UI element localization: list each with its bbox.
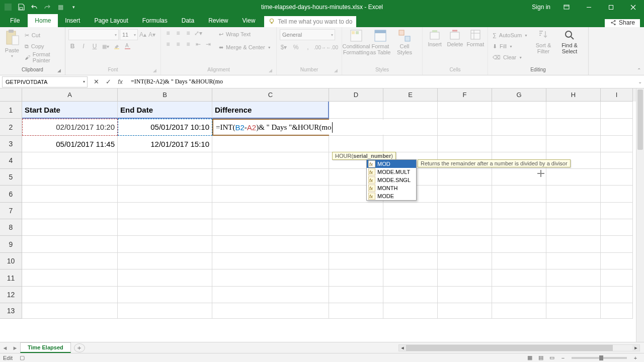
cell[interactable]: Difference	[212, 102, 329, 119]
cell[interactable]	[212, 303, 329, 319]
align-right-icon[interactable]: ≡	[184, 40, 192, 48]
cell[interactable]	[492, 186, 546, 203]
cell[interactable]: Start Date	[22, 102, 118, 119]
cell[interactable]	[22, 219, 118, 236]
cell[interactable]	[212, 169, 329, 186]
name-box[interactable]: GETPIVOTDATA	[2, 76, 88, 87]
cell[interactable]	[383, 219, 438, 236]
zoom-out-icon[interactable]: −	[557, 355, 569, 361]
cell[interactable]	[546, 102, 601, 119]
cell[interactable]	[212, 152, 329, 169]
row-header[interactable]: 12	[0, 287, 22, 303]
align-center-icon[interactable]: ≡	[174, 40, 182, 48]
cell[interactable]	[329, 253, 383, 269]
tab-formulas[interactable]: Formulas	[135, 14, 175, 27]
cell[interactable]	[118, 203, 212, 219]
row-header[interactable]: 5	[0, 169, 22, 186]
minimize-button[interactable]	[578, 0, 600, 14]
cell[interactable]	[212, 186, 329, 203]
font-size-combo[interactable]: 11	[120, 29, 138, 40]
tell-me-search[interactable]: Tell me what you want to do	[264, 16, 356, 27]
cell[interactable]	[492, 203, 546, 219]
cell[interactable]	[438, 303, 492, 319]
insert-function-icon[interactable]: fx	[115, 76, 126, 87]
cell[interactable]	[118, 287, 212, 303]
redo-icon[interactable]	[42, 2, 53, 13]
cell[interactable]	[492, 303, 546, 319]
new-sheet-button[interactable]: ＋	[74, 343, 85, 352]
border-icon[interactable]: ▦▾	[102, 42, 110, 50]
cell[interactable]	[546, 169, 601, 186]
touch-mode-icon[interactable]: ▦	[55, 2, 66, 13]
cell[interactable]: End Date	[118, 102, 212, 119]
cell[interactable]	[22, 186, 118, 203]
cell[interactable]: 12/01/2017 15:10	[118, 136, 212, 152]
vertical-scrollbar[interactable]	[636, 88, 644, 342]
qat-customize-icon[interactable]: ▾	[68, 2, 79, 13]
decrease-decimal-icon[interactable]: ←.00	[328, 43, 336, 51]
column-header[interactable]: C	[212, 88, 329, 102]
cell[interactable]	[438, 236, 492, 253]
cell[interactable]: 05/01/2017 10:10	[118, 119, 212, 136]
cell[interactable]	[438, 203, 492, 219]
cell[interactable]	[546, 303, 601, 319]
orientation-icon[interactable]: ⤢▾	[194, 29, 202, 37]
column-header[interactable]: A	[22, 88, 118, 102]
autocomplete-item[interactable]: fxMODE	[367, 192, 416, 200]
cell[interactable]	[329, 203, 383, 219]
cell[interactable]	[329, 102, 383, 119]
column-header[interactable]: D	[329, 88, 383, 102]
autosum-button[interactable]: ∑AutoSum▼	[491, 30, 529, 40]
cell[interactable]	[22, 236, 118, 253]
merge-center-button[interactable]: ⬌Merge & Center▼	[217, 42, 273, 52]
fill-button[interactable]: ⬇Fill▼	[491, 41, 529, 51]
cell[interactable]	[546, 186, 601, 203]
format-cells-button[interactable]: Format	[466, 29, 485, 47]
number-launcher-icon[interactable]: ◢	[333, 68, 339, 74]
row-header[interactable]: 3	[0, 136, 22, 152]
clipboard-launcher-icon[interactable]: ◢	[56, 68, 62, 74]
sort-filter-button[interactable]: Sort & Filter	[531, 29, 555, 54]
cell[interactable]	[118, 169, 212, 186]
accounting-format-icon[interactable]: $▾	[280, 43, 288, 51]
cell[interactable]	[212, 136, 329, 152]
cell[interactable]	[22, 169, 118, 186]
horizontal-scrollbar[interactable]: ◄ ►	[398, 344, 640, 351]
cell[interactable]	[492, 287, 546, 303]
cell[interactable]	[118, 253, 212, 269]
font-name-combo[interactable]	[68, 29, 119, 40]
cell-styles-button[interactable]: Cell Styles	[393, 29, 416, 55]
cell[interactable]	[22, 287, 118, 303]
cell[interactable]	[546, 287, 601, 303]
row-header[interactable]: 10	[0, 253, 22, 269]
cell[interactable]	[118, 219, 212, 236]
cell[interactable]	[118, 236, 212, 253]
format-as-table-button[interactable]: Format as Table	[369, 29, 391, 55]
formula-bar-expand-icon[interactable]: ⌄	[636, 79, 644, 84]
maximize-button[interactable]	[600, 0, 622, 14]
cell[interactable]	[601, 303, 633, 319]
row-header[interactable]: 11	[0, 269, 22, 287]
save-icon[interactable]	[16, 2, 27, 13]
alignment-launcher-icon[interactable]: ◢	[267, 68, 273, 74]
cell[interactable]	[601, 253, 633, 269]
cell[interactable]	[438, 102, 492, 119]
font-launcher-icon[interactable]: ◢	[151, 68, 157, 74]
delete-cells-button[interactable]: Delete	[446, 29, 464, 47]
underline-icon[interactable]: U	[91, 42, 99, 50]
cell[interactable]	[601, 186, 633, 203]
tab-file[interactable]: File	[2, 14, 28, 27]
increase-indent-icon[interactable]: ⇥	[204, 40, 212, 48]
cell[interactable]	[383, 102, 438, 119]
cell[interactable]	[438, 119, 492, 136]
comma-format-icon[interactable]: ,	[304, 43, 312, 51]
autocomplete-item[interactable]: fxMODE.MULT	[367, 168, 416, 176]
row-header[interactable]: 13	[0, 303, 22, 319]
formula-bar-input[interactable]: =INT(B2-A2)& " Days "&HOUR(mo	[129, 77, 636, 86]
cell[interactable]	[22, 253, 118, 269]
cell[interactable]	[383, 303, 438, 319]
bold-icon[interactable]: B	[68, 42, 76, 50]
cell[interactable]	[601, 287, 633, 303]
align-top-icon[interactable]: ≡	[164, 29, 172, 37]
cell[interactable]	[546, 119, 601, 136]
